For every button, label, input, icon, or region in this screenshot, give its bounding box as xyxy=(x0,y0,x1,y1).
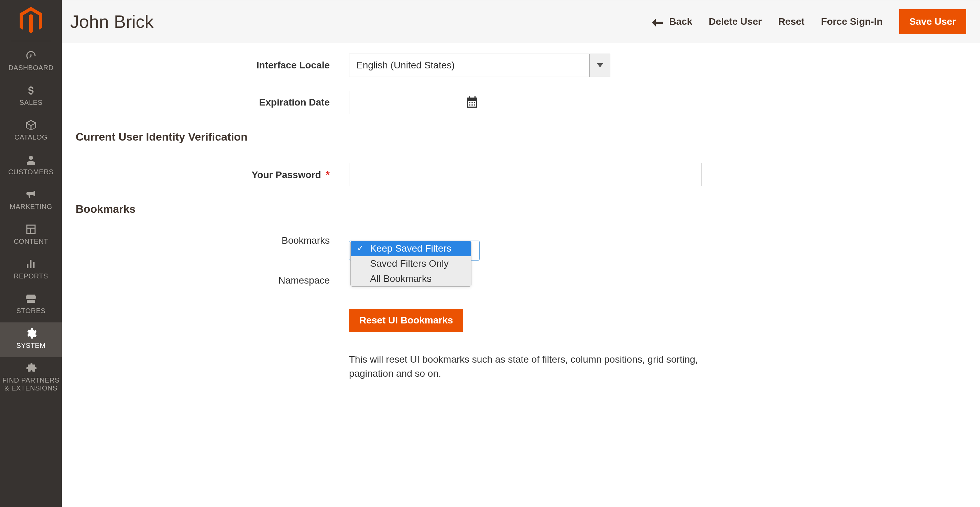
chevron-down-icon xyxy=(589,54,610,77)
reset-button[interactable]: Reset xyxy=(778,16,804,27)
delete-user-button[interactable]: Delete User xyxy=(709,16,762,27)
nav-label: STORES xyxy=(2,307,60,315)
nav-label: DASHBOARD xyxy=(2,64,60,72)
bookmarks-help-text: This will reset UI bookmarks such as sta… xyxy=(349,353,702,380)
nav-label: SYSTEM xyxy=(2,342,60,350)
nav-marketing[interactable]: MARKETING xyxy=(0,184,62,218)
nav-content[interactable]: CONTENT xyxy=(0,218,62,253)
interface-locale-value: English (United States) xyxy=(349,54,589,77)
back-label: Back xyxy=(669,16,692,27)
page-header: John Brick Back Delete User Reset Force … xyxy=(62,0,980,43)
calendar-icon xyxy=(465,105,479,110)
bookmarks-dropdown-panel: Keep Saved Filters Saved Filters Only Al… xyxy=(350,241,471,287)
bookmarks-select-label: Bookmarks xyxy=(246,235,349,246)
bookmarks-option-keep[interactable]: Keep Saved Filters xyxy=(351,241,471,256)
nav-reports[interactable]: REPORTS xyxy=(0,253,62,288)
page-title: John Brick xyxy=(70,11,652,32)
magento-logo[interactable] xyxy=(11,0,51,41)
nav-sales[interactable]: SALES xyxy=(0,79,62,114)
nav-label: MARKETING xyxy=(2,203,60,211)
dollar-icon xyxy=(24,84,38,97)
arrow-left-icon xyxy=(652,18,663,25)
person-icon xyxy=(24,154,38,166)
expiration-date-label: Expiration Date xyxy=(173,97,349,108)
megaphone-icon xyxy=(24,188,38,201)
nav-dashboard[interactable]: DASHBOARD xyxy=(0,45,62,79)
calendar-button[interactable] xyxy=(465,95,479,110)
admin-sidebar: DASHBOARD SALES CATALOG CUSTOMERS MARKET… xyxy=(0,0,62,507)
namespace-label: Namespace xyxy=(246,275,349,286)
interface-locale-select[interactable]: English (United States) xyxy=(349,54,610,77)
puzzle-icon xyxy=(24,362,38,374)
back-button[interactable]: Back xyxy=(652,16,692,27)
your-password-input[interactable] xyxy=(349,163,702,186)
force-signin-button[interactable]: Force Sign-In xyxy=(821,16,883,27)
bookmarks-section-title: Bookmarks xyxy=(76,203,966,216)
nav-stores[interactable]: STORES xyxy=(0,288,62,323)
identity-section-title: Current User Identity Verification xyxy=(76,130,966,143)
interface-locale-label: Interface Locale xyxy=(173,60,349,71)
bar-chart-icon xyxy=(24,258,38,270)
nav-customers[interactable]: CUSTOMERS xyxy=(0,149,62,184)
your-password-label: Your Password * xyxy=(173,169,349,180)
nav-label: CATALOG xyxy=(2,134,60,141)
required-indicator: * xyxy=(326,169,330,180)
nav-label: REPORTS xyxy=(2,272,60,280)
nav-label: FIND PARTNERS & EXTENSIONS xyxy=(2,377,60,392)
store-icon xyxy=(24,292,38,305)
nav-label: CUSTOMERS xyxy=(2,168,60,176)
section-divider xyxy=(76,219,966,219)
section-divider xyxy=(76,147,966,147)
nav-label: CONTENT xyxy=(2,237,60,245)
layout-icon xyxy=(24,223,38,235)
save-user-button[interactable]: Save User xyxy=(899,9,966,34)
nav-label: SALES xyxy=(2,99,60,106)
bookmarks-option-saved-only[interactable]: Saved Filters Only xyxy=(351,256,471,271)
gauge-icon xyxy=(24,49,38,62)
expiration-date-input[interactable] xyxy=(349,91,459,114)
bookmarks-option-all[interactable]: All Bookmarks xyxy=(351,271,471,286)
nav-system[interactable]: SYSTEM xyxy=(0,323,62,357)
nav-partners[interactable]: FIND PARTNERS & EXTENSIONS xyxy=(0,357,62,400)
reset-ui-bookmarks-button[interactable]: Reset UI Bookmarks xyxy=(349,309,463,332)
nav-catalog[interactable]: CATALOG xyxy=(0,114,62,149)
box-icon xyxy=(24,119,38,131)
gear-icon xyxy=(24,327,38,340)
